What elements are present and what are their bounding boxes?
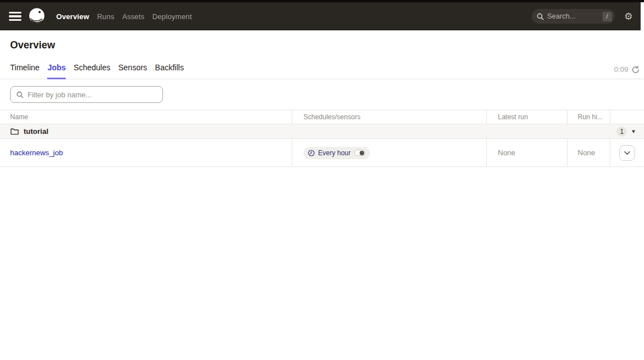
filter-search-icon [16,91,24,98]
latest-run-cell: None [487,139,568,166]
job-filter-box[interactable] [10,86,163,103]
job-actions-cell [610,139,644,166]
nav-link-deployment[interactable]: Deployment [152,12,192,21]
latest-run-value: None [498,148,515,157]
job-name-link[interactable]: hackernews_job [10,148,63,157]
filter-section [0,79,644,107]
dagster-logo-icon[interactable] [28,7,47,26]
overview-tabs: Timeline Jobs Schedules Sensors Backfill… [0,63,644,79]
nav-link-runs[interactable]: Runs [97,12,115,21]
jobs-table-header: Name Schedules/sensors Latest run Run hi… [0,110,644,124]
collapse-caret-icon[interactable]: ▾ [632,128,635,134]
top-navbar: Overview Runs Assets Deployment / ⚙ [0,2,641,30]
clock-icon [308,150,315,156]
refresh-countdown: 0:09 [614,65,628,74]
repo-group-label-wrap: tutorial [10,127,48,136]
job-count-badge: 1 [616,127,627,137]
jobs-table: Name Schedules/sensors Latest run Run hi… [0,110,644,167]
folder-icon [10,127,19,136]
tab-timeline[interactable]: Timeline [10,63,39,79]
column-header-actions [610,110,644,124]
page-title: Overview [10,39,634,51]
primary-nav: Overview Runs Assets Deployment [56,12,192,21]
run-history-value: None [578,148,595,157]
chevron-down-icon [624,151,631,155]
job-expand-button[interactable] [619,145,635,161]
repo-group-name: tutorial [24,127,48,136]
settings-gear-icon[interactable]: ⚙ [624,12,633,21]
job-schedule-cell: Every hour [292,139,487,166]
global-search-input[interactable] [547,12,599,20]
job-name-cell: hackernews_job [0,139,292,166]
run-history-cell: None [568,139,610,166]
tab-sensors[interactable]: Sensors [118,63,147,79]
navbar-right-group: / ⚙ [532,9,633,24]
page-header: Overview [0,30,644,51]
nav-link-overview[interactable]: Overview [56,12,89,21]
repo-group-row[interactable]: tutorial 1 ▾ [0,124,644,139]
tab-backfills[interactable]: Backfills [155,63,184,79]
column-header-name: Name [0,110,292,124]
column-header-latest-run: Latest run [487,110,568,124]
column-header-schedules: Schedules/sensors [292,110,487,124]
tab-schedules[interactable]: Schedules [74,63,110,79]
global-search-box[interactable]: / [532,9,615,24]
hamburger-menu-icon[interactable] [9,12,21,21]
job-filter-input[interactable] [28,91,157,99]
search-shortcut-key: / [602,12,612,21]
repo-group-meta: 1 ▾ [616,127,635,137]
refresh-icon[interactable] [632,66,640,74]
schedule-label: Every hour [318,149,351,157]
job-table-row: hackernews_job Every hour None None [0,139,644,167]
tab-jobs[interactable]: Jobs [47,63,66,79]
search-icon [537,13,544,20]
schedule-toggle[interactable] [354,150,365,156]
nav-link-assets[interactable]: Assets [122,12,144,21]
refresh-control: 0:09 [614,65,640,74]
schedule-tag[interactable]: Every hour [303,147,370,159]
column-header-run-history: Run hi... [568,110,610,124]
